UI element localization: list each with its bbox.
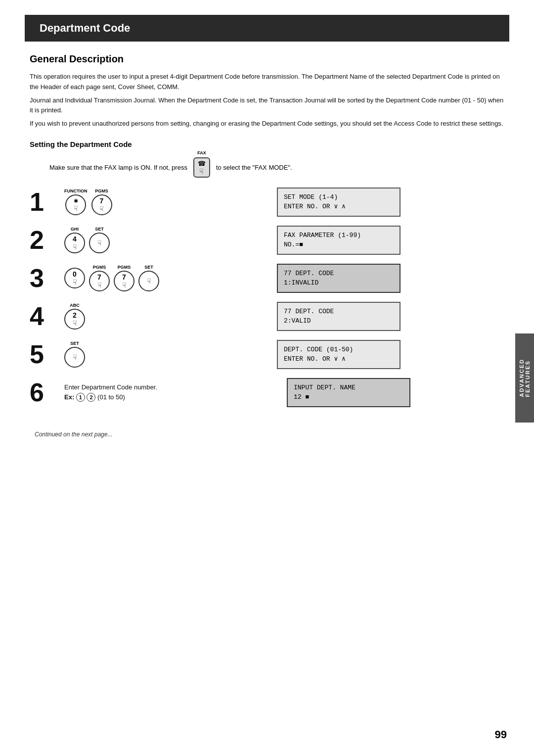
fax-instruction-text: Make sure that the FAX lamp is ON. If no… [49,164,187,171]
step6-text: Enter Department Code number. Ex: 1 2 (0… [64,383,282,402]
step6-ex: Ex: 1 2 (01 to 50) [64,393,282,402]
step-display-5: DEPT. CODE (01-50) ENTER NO. OR ∨ ∧ [277,340,504,369]
body-text-1: This operation requires the user to inpu… [30,72,504,93]
lcd-line1-3: 77 DEPT. CODE [284,270,334,277]
step-display-1: SET MODE (1-4) ENTER NO. OR ∨ ∧ [277,188,504,217]
lcd-line1-4: 77 DEPT. CODE [284,308,334,315]
circle-1: 1 [76,393,85,402]
ex-range: (01 to 50) [97,393,125,401]
lcd-line2-4: 2:VALID [284,317,311,325]
lcd-box-4: 77 DEPT. CODE 2:VALID [277,302,400,331]
step6-instruction: Enter Department Code number. [64,383,282,391]
step-row-1: 1 FUNCTION ✱ ☟ PGMS 7 ☟ [30,188,504,217]
lcd-line1-1: SET MODE (1-4) [284,193,338,201]
subsection-title: Setting the Department Code [30,140,504,148]
page-header-bar: Department Code [25,15,509,42]
step-icons-3: 0 ☟ PGMS 7 ☟ PGMS 7 ☟ [64,265,262,291]
sidebar-tab-label: ADVANCEDFEATURES [519,359,531,397]
key-0-circle: 0 ☟ [64,268,85,288]
circle-2: 2 [87,393,95,402]
set-circle-3: ☟ [138,271,159,291]
pgms7-circle-3b: 7 ☟ [114,271,134,291]
steps-area: 1 FUNCTION ✱ ☟ PGMS 7 ☟ [30,188,504,416]
step-number-5: 5 [30,341,64,367]
pgms7-key-3b: PGMS 7 ☟ [114,265,134,291]
lcd-line2-3: 1:INVALID [284,279,318,286]
ghi4-circle: 4 ☟ [64,233,85,253]
set-circle-2: ☟ [89,233,110,253]
set-key-3: SET ☟ [138,265,159,291]
lcd-box-6-highlight: INPUT DEPT. NAME 12 ■ [287,378,410,407]
pgms7-key-1: PGMS 7 ☟ [91,189,112,215]
step-number-3: 3 [30,265,64,291]
step-display-2: FAX PARAMETER (1-99) NO.=■ [277,226,504,255]
section-title: General Description [30,53,504,65]
step-row-4: 4 ABC 2 ☟ 77 DEPT. CODE 2:VALID [30,302,504,331]
step-icons-4: ABC 2 ☟ [64,303,262,330]
lcd-line1-2: FAX PARAMETER (1-99) [284,232,361,239]
page-number: 99 [495,728,507,741]
lcd-line2-1: ENTER NO. OR ∨ ∧ [284,203,346,210]
sidebar-tab: ADVANCEDFEATURES [515,333,534,423]
step-display-4: 77 DEPT. CODE 2:VALID [277,302,504,331]
abc2-circle: 2 ☟ [64,309,85,330]
step-number-2: 2 [30,227,64,253]
lcd-line1-5: DEPT. CODE (01-50) [284,346,353,353]
step-display-3: 77 DEPT. CODE 1:INVALID [277,264,504,293]
function-key: FUNCTION ✱ ☟ [64,189,88,215]
lcd-line1-6: INPUT DEPT. NAME [294,384,356,391]
step-display-6: INPUT DEPT. NAME 12 ■ [287,378,504,407]
abc2-key: ABC 2 ☟ [64,303,85,330]
step-icons-1: FUNCTION ✱ ☟ PGMS 7 ☟ [64,189,262,215]
page-title: Department Code [40,22,130,34]
step-number-4: 4 [30,303,64,329]
fax-instruction-row: Make sure that the FAX lamp is ON. If no… [49,157,504,178]
pgms7-circle-3a: 7 ☟ [89,271,110,291]
continued-text: Continued on the next page... [35,431,504,438]
set-circle-5: ☟ [64,347,85,368]
fax-instruction-text2: to select the "FAX MODE". [216,164,292,171]
set-key-5: SET ☟ [64,341,85,368]
pgms7-key-3a: PGMS 7 ☟ [89,265,110,291]
pgms7-circle-1: 7 ☟ [91,194,112,215]
step-icons-2: GHI 4 ☟ SET ☟ [64,227,262,253]
lcd-box-1: SET MODE (1-4) ENTER NO. OR ∨ ∧ [277,188,400,217]
step-row-2: 2 GHI 4 ☟ SET ☟ [30,226,504,255]
step-row-5: 5 SET ☟ DEPT. CODE (01-50) ENTER NO. OR … [30,340,504,369]
main-content: General Description This operation requi… [25,53,509,438]
fax-button-icon: ☎ ☟ [193,157,210,178]
body-text-3: If you wish to prevent unauthorized pers… [30,119,504,129]
fax-label: FAX [197,150,206,155]
lcd-line2-5: ENTER NO. OR ∨ ∧ [284,355,346,363]
function-key-circle: ✱ ☟ [65,194,86,215]
lcd-box-3-highlight: 77 DEPT. CODE 1:INVALID [277,264,400,293]
ghi4-key: GHI 4 ☟ [64,227,85,253]
step-row-6: 6 Enter Department Code number. Ex: 1 2 … [30,378,504,407]
body-text-2: Journal and Individual Transmission Jour… [30,95,504,116]
step-number-6: 6 [30,379,64,405]
lcd-box-2: FAX PARAMETER (1-99) NO.=■ [277,226,400,255]
lcd-line2-2: NO.=■ [284,241,303,248]
set-key-2: SET ☟ [89,227,110,253]
step-number-1: 1 [30,189,64,215]
ex-bold: Ex: [64,393,74,401]
step-icons-5: SET ☟ [64,341,262,368]
key-0: 0 ☟ [64,268,85,288]
lcd-box-5: DEPT. CODE (01-50) ENTER NO. OR ∨ ∧ [277,340,400,369]
step-row-3: 3 0 ☟ PGMS 7 ☟ [30,264,504,293]
lcd-line2-6: 12 ■ [294,393,309,401]
